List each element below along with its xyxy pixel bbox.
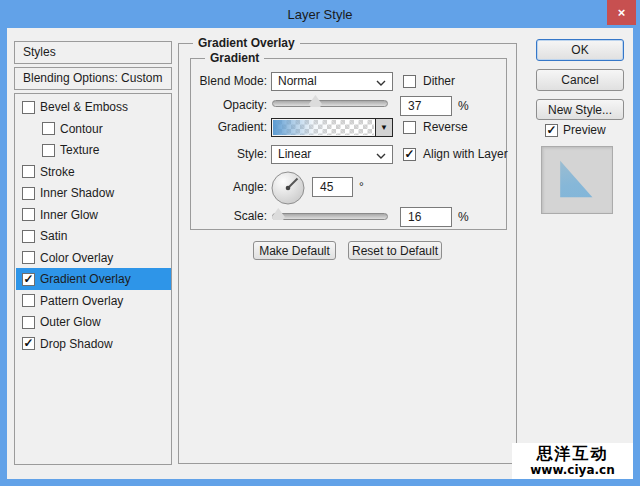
style-preview-thumbnail [541, 146, 613, 214]
sidebar-item-drop-shadow[interactable]: ✓ Drop Shadow [16, 333, 171, 355]
effect-label: Texture [60, 143, 99, 157]
sidebar-item-color-overlay[interactable]: Color Overlay [16, 247, 171, 269]
dither-label: Dither [423, 72, 455, 91]
angle-input[interactable]: 45 [312, 177, 353, 197]
opacity-input[interactable]: 37 [400, 96, 452, 116]
effect-checkbox[interactable]: ✓ [22, 337, 35, 350]
opacity-unit: % [458, 96, 469, 116]
scale-slider[interactable] [272, 208, 388, 220]
effect-checkbox[interactable] [22, 294, 35, 307]
align-with-layer-checkbox[interactable]: ✓ [403, 148, 416, 161]
angle-unit: ° [359, 177, 364, 197]
effect-label: Bevel & Emboss [40, 100, 128, 114]
title-bar[interactable]: Layer Style [0, 0, 640, 28]
effect-checkbox[interactable] [42, 144, 55, 157]
preview-triangle [542, 147, 612, 213]
gradient-preview[interactable] [273, 120, 374, 135]
sidebar-item-satin[interactable]: Satin [16, 225, 171, 247]
effect-checkbox[interactable] [42, 122, 55, 135]
gradient-swatch[interactable]: ▼ [271, 118, 393, 137]
dialog-title: Layer Style [287, 7, 352, 22]
effect-checkbox[interactable] [22, 165, 35, 178]
effect-label: Outer Glow [40, 315, 101, 329]
preview-checkbox[interactable]: ✓ [545, 124, 558, 137]
effect-checkbox[interactable] [22, 101, 35, 114]
sidebar-header-styles[interactable]: Styles [14, 41, 172, 64]
cancel-button[interactable]: Cancel [536, 69, 624, 91]
ok-button[interactable]: OK [536, 39, 624, 61]
sidebar-item-pattern-overlay[interactable]: Pattern Overlay [16, 290, 171, 312]
gradient-picker-arrow-icon[interactable]: ▼ [375, 119, 392, 136]
effect-label: Contour [60, 122, 103, 136]
reverse-checkbox[interactable] [403, 121, 416, 134]
angle-label: Angle: [147, 178, 267, 197]
effect-checkbox[interactable]: ✓ [22, 273, 35, 286]
style-label: Style: [147, 145, 267, 164]
effect-label: Color Overlay [40, 251, 113, 265]
effect-checkbox[interactable] [22, 316, 35, 329]
blend-mode-label: Blend Mode: [147, 72, 267, 91]
layer-style-dialog: Layer Style × Styles Blending Options: C… [0, 0, 640, 486]
watermark-cn-text: 思洋互动 [512, 444, 633, 464]
sidebar-item-outer-glow[interactable]: Outer Glow [16, 311, 171, 333]
reset-to-default-button[interactable]: Reset to Default [348, 241, 442, 260]
effect-checkbox[interactable] [22, 187, 35, 200]
watermark: 思洋互动 www.ciya.cn [512, 443, 633, 479]
opacity-label: Opacity: [147, 96, 267, 115]
align-with-layer-label: Align with Layer [423, 145, 508, 164]
sidebar-item-gradient-overlay[interactable]: ✓ Gradient Overlay [16, 268, 171, 290]
effect-label: Gradient Overlay [40, 272, 131, 286]
watermark-url: www.ciya.cn [512, 464, 633, 477]
blend-mode-select[interactable]: Normal [271, 72, 393, 91]
dialog-body: Styles Blending Options: Custom Bevel & … [7, 28, 633, 479]
effect-label: Drop Shadow [40, 337, 113, 351]
effect-label: Inner Glow [40, 208, 98, 222]
effect-checkbox[interactable] [22, 251, 35, 264]
style-select[interactable]: Linear [271, 145, 393, 164]
effect-label: Satin [40, 229, 67, 243]
chevron-down-icon [376, 80, 386, 86]
scale-input[interactable]: 16 [400, 207, 452, 227]
opacity-slider[interactable] [272, 95, 388, 107]
preview-label: Preview [563, 122, 606, 139]
make-default-button[interactable]: Make Default [253, 241, 336, 260]
opacity-slider-track[interactable] [272, 100, 388, 107]
effect-checkbox[interactable] [22, 230, 35, 243]
panel-legend: Gradient Overlay [193, 36, 300, 50]
group-legend: Gradient [205, 51, 264, 65]
angle-dial[interactable] [270, 170, 306, 206]
scale-unit: % [458, 207, 469, 227]
effect-label: Pattern Overlay [40, 294, 123, 308]
reverse-label: Reverse [423, 118, 468, 137]
gradient-label: Gradient: [147, 118, 267, 137]
new-style-button[interactable]: New Style... [536, 99, 624, 120]
effect-label: Stroke [40, 165, 75, 179]
chevron-down-icon [376, 153, 386, 159]
effect-checkbox[interactable] [22, 208, 35, 221]
close-icon[interactable]: × [607, 0, 636, 25]
scale-slider-track[interactable] [272, 213, 388, 220]
dither-checkbox[interactable] [403, 75, 416, 88]
scale-label: Scale: [147, 207, 267, 226]
effect-label: Inner Shadow [40, 186, 114, 200]
